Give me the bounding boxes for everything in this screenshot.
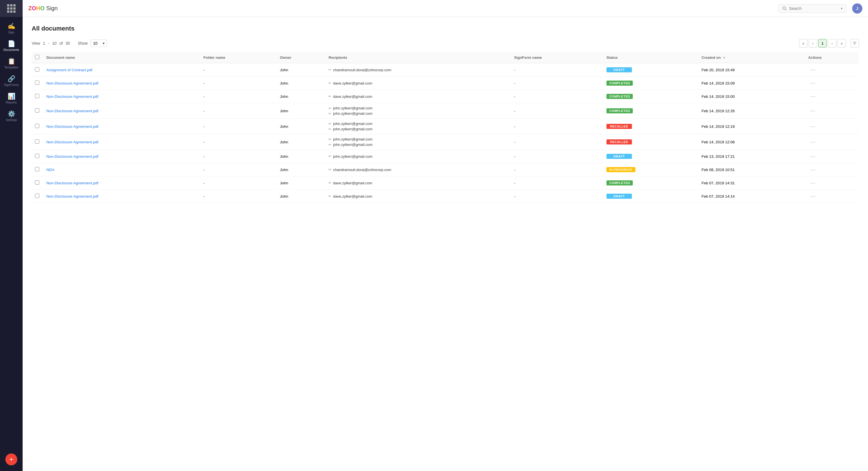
actions-button[interactable]: ⋯ — [808, 107, 818, 115]
status-cell: RECALLED — [603, 119, 698, 134]
doc-name-cell[interactable]: Non-Disclosure Agreement.pdf — [43, 150, 200, 163]
recipient-email: john.zylkerr@gmail.com — [333, 154, 372, 159]
doc-name-cell[interactable]: Non-Disclosure Agreement.pdf — [43, 177, 200, 190]
owner-cell: John — [277, 90, 325, 103]
row-checkbox[interactable] — [35, 139, 39, 144]
status-badge: COMPLETED — [607, 81, 633, 86]
created-on-cell: Feb 14, 2019 12:08 — [698, 134, 805, 150]
page-prev-button[interactable]: ‹ — [809, 39, 817, 48]
table-row: Non-Disclosure Agreement.pdf-John✏john.z… — [32, 119, 859, 134]
page-title: All documents — [32, 25, 859, 32]
svg-line-1 — [785, 9, 786, 10]
sidebar-item-reports[interactable]: 📊 Reports — [0, 90, 23, 107]
page-current-button[interactable]: 1 — [818, 39, 827, 48]
search-input[interactable] — [789, 6, 839, 11]
actions-button[interactable]: ⋯ — [808, 138, 818, 146]
show-label: Show — [78, 41, 88, 45]
row-checkbox[interactable] — [35, 167, 39, 171]
folder-name-cell: - — [200, 177, 277, 190]
page-last-button[interactable]: » — [837, 39, 846, 48]
status-badge: IN PROGRESS — [607, 167, 635, 172]
sidebar-item-documents[interactable]: 📄 Documents — [0, 37, 23, 55]
select-all-checkbox[interactable] — [35, 55, 39, 59]
filter-button[interactable] — [850, 39, 859, 48]
sidebar-item-signforms-label: SignForms — [4, 83, 19, 87]
pen-icon: ✏ — [329, 181, 331, 185]
doc-name-cell[interactable]: Non-Disclosure Agreement.pdf — [43, 76, 200, 90]
sidebar-nav: ✍️ Sign 📄 Documents 📋 Templates 🔗 SignFo… — [0, 17, 23, 453]
add-document-button[interactable]: + — [5, 453, 17, 465]
actions-button[interactable]: ⋯ — [808, 93, 818, 100]
doc-name-cell[interactable]: Non-Disclosure Agreement.pdf — [43, 90, 200, 103]
doc-name-cell[interactable]: Non-Disclosure Agreement.pdf — [43, 190, 200, 203]
apps-grid-icon — [7, 4, 16, 13]
row-checkbox[interactable] — [35, 108, 39, 113]
sidebar-item-templates[interactable]: 📋 Templates — [0, 55, 23, 72]
recipient-email: john.zylkerr@gmail.com — [333, 106, 372, 110]
actions-button[interactable]: ⋯ — [808, 179, 818, 187]
recipients-cell: ✏dave.zylker@gmail.com — [325, 190, 510, 203]
view-prefix: View — [32, 41, 40, 45]
row-checkbox[interactable] — [35, 81, 39, 85]
actions-cell: ⋯ — [805, 103, 859, 119]
folder-name-cell: - — [200, 134, 277, 150]
row-checkbox[interactable] — [35, 124, 39, 128]
search-icon — [782, 6, 787, 11]
pen-icon: ✏ — [329, 112, 331, 116]
signform-name-cell: - — [510, 177, 603, 190]
created-on-cell: Feb 20, 2019 15:49 — [698, 63, 805, 76]
search-bar[interactable]: ▾ — [779, 4, 846, 13]
row-checkbox-cell — [32, 103, 43, 119]
actions-button[interactable]: ⋯ — [808, 123, 818, 130]
row-checkbox[interactable] — [35, 194, 39, 198]
header-status: Status — [603, 52, 698, 63]
sidebar-item-settings[interactable]: ⚙️ Settings — [0, 107, 23, 125]
header-owner: Owner — [277, 52, 325, 63]
recipient-row: ✏john.zylkerr@gmail.com — [329, 122, 507, 126]
pen-icon: ✏ — [329, 81, 331, 85]
actions-cell: ⋯ — [805, 90, 859, 103]
row-checkbox[interactable] — [35, 67, 39, 71]
recipients-cell: ✏john.zylkerr@gmail.com✏john.zylkerr@gma… — [325, 134, 510, 150]
recipients-cell: ✏dave.zylker@gmail.com — [325, 90, 510, 103]
actions-button[interactable]: ⋯ — [808, 153, 818, 160]
page-next-button[interactable]: › — [828, 39, 836, 48]
page-first-button[interactable]: « — [799, 39, 807, 48]
recipient-email: john.zylkerr@gmail.com — [333, 137, 372, 142]
sidebar-item-settings-label: Settings — [6, 118, 17, 122]
table-row: Non-Disclosure Agreement.pdf-John✏john.z… — [32, 103, 859, 119]
actions-button[interactable]: ⋯ — [808, 192, 818, 200]
folder-name-cell: - — [200, 90, 277, 103]
folder-name-cell: - — [200, 163, 277, 177]
apps-launcher[interactable] — [0, 0, 23, 17]
search-dropdown-icon[interactable]: ▾ — [841, 6, 842, 10]
view-total: 30 — [66, 41, 70, 45]
row-checkbox[interactable] — [35, 94, 39, 98]
logo: ZOHO Sign — [28, 5, 58, 11]
row-checkbox[interactable] — [35, 180, 39, 185]
row-checkbox-cell — [32, 134, 43, 150]
doc-name-cell[interactable]: Non-Disclosure Agreement.pdf — [43, 103, 200, 119]
avatar[interactable]: J — [852, 3, 862, 13]
header-signform-name: SignForm name — [510, 52, 603, 63]
folder-name-cell: - — [200, 76, 277, 90]
header-checkbox-cell — [32, 52, 43, 63]
folder-name-cell: - — [200, 103, 277, 119]
doc-name-cell[interactable]: NDA — [43, 163, 200, 177]
doc-name-cell[interactable]: Assignment of Contract.pdf — [43, 63, 200, 76]
actions-button[interactable]: ⋯ — [808, 80, 818, 87]
signform-name-cell: - — [510, 103, 603, 119]
doc-name-cell[interactable]: Non-Disclosure Agreement.pdf — [43, 119, 200, 134]
show-select[interactable]: 10 25 50 100 — [91, 39, 107, 47]
status-cell: COMPLETED — [603, 90, 698, 103]
sidebar-item-signforms[interactable]: 🔗 SignForms — [0, 72, 23, 90]
status-cell: RECALLED — [603, 134, 698, 150]
header-actions: Actions — [805, 52, 859, 63]
row-checkbox[interactable] — [35, 154, 39, 158]
actions-button[interactable]: ⋯ — [808, 66, 818, 73]
doc-name-cell[interactable]: Non-Disclosure Agreement.pdf — [43, 134, 200, 150]
created-on-cell: Feb 14, 2019 15:00 — [698, 90, 805, 103]
sidebar-item-sign[interactable]: ✍️ Sign — [0, 20, 23, 37]
actions-cell: ⋯ — [805, 119, 859, 134]
actions-button[interactable]: ⋯ — [808, 166, 818, 173]
